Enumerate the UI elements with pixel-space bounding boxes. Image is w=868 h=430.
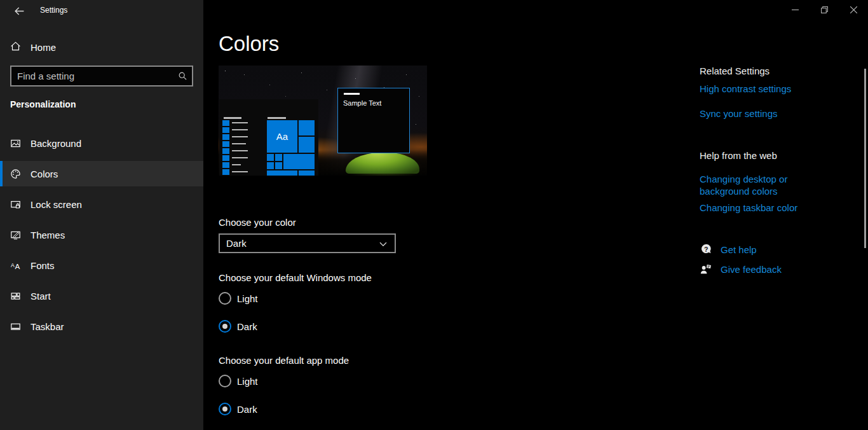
radio-icon-selected — [219, 403, 231, 415]
preview-tile — [267, 154, 274, 161]
preview-line — [232, 157, 248, 158]
stars — [225, 71, 226, 71]
sidebar-item-label: Themes — [31, 230, 65, 240]
restore-icon — [821, 4, 828, 16]
sample-window-titlebar-dash — [344, 93, 360, 95]
back-arrow-icon — [14, 6, 25, 19]
get-help-row[interactable]: ? Get help — [700, 243, 757, 256]
search-box — [10, 66, 193, 87]
preview-line — [232, 171, 248, 172]
sidebar-item-taskbar[interactable]: Taskbar — [0, 314, 203, 339]
restore-button[interactable] — [810, 0, 839, 20]
lock-screen-icon — [10, 199, 21, 210]
app-mode-dark-radio[interactable]: Dark — [219, 403, 257, 415]
preview-line — [232, 143, 246, 144]
sidebar-item-fonts[interactable]: AA Fonts — [0, 253, 203, 278]
sidebar-item-colors[interactable]: Colors — [0, 161, 203, 186]
changing-taskbar-color-link[interactable]: Changing taskbar color — [700, 202, 836, 214]
changing-desktop-colors-link[interactable]: Changing desktop or background colors — [700, 173, 836, 197]
preview-tile — [267, 170, 297, 176]
preview-list-square — [222, 155, 229, 161]
page-title: Colors — [219, 32, 279, 56]
radio-icon — [219, 375, 231, 387]
preview-line — [232, 150, 248, 151]
preview-tile-aa-label: Aa — [276, 131, 288, 142]
windows-mode-light-radio[interactable]: Light — [219, 292, 258, 305]
sidebar-item-home[interactable]: Home — [0, 34, 203, 60]
radio-label: Light — [237, 376, 258, 387]
sidebar-item-label: Fonts — [31, 260, 55, 271]
sync-your-settings-link[interactable]: Sync your settings — [700, 108, 836, 120]
color-dropdown-value: Dark — [226, 238, 379, 249]
sidebar-item-background[interactable]: Background — [0, 130, 203, 156]
help-from-web-title: Help from the web — [700, 150, 777, 161]
preview-tile — [267, 162, 274, 169]
preview-list-square — [222, 120, 229, 126]
app-mode-label: Choose your default app mode — [219, 355, 349, 366]
start-icon — [10, 291, 21, 302]
sidebar-item-themes[interactable]: Themes — [0, 222, 203, 247]
taskbar-icon — [10, 321, 21, 332]
sidebar-section-title: Personalization — [10, 99, 76, 109]
high-contrast-settings-link[interactable]: High contrast settings — [700, 83, 836, 95]
preview-list-square — [222, 127, 229, 133]
svg-text:?: ? — [704, 246, 708, 253]
preview-tile — [299, 120, 315, 135]
windows-mode-label: Choose your default Windows mode — [219, 272, 372, 283]
window-controls — [780, 0, 868, 20]
radio-label: Dark — [237, 321, 257, 332]
svg-text:A: A — [15, 261, 20, 270]
sidebar-item-label: Taskbar — [31, 321, 64, 332]
close-button[interactable] — [839, 0, 868, 20]
radio-icon — [219, 292, 231, 305]
preview-tile — [299, 137, 315, 153]
back-button[interactable] — [6, 4, 32, 20]
app-mode-light-radio[interactable]: Light — [219, 375, 258, 387]
vertical-scrollbar[interactable] — [864, 69, 866, 248]
radio-label: Dark — [237, 404, 257, 415]
preview-line — [232, 164, 241, 165]
radio-label: Light — [237, 293, 258, 304]
color-dropdown[interactable]: Dark — [219, 233, 396, 253]
preview-line — [232, 129, 248, 130]
search-icon[interactable] — [173, 67, 192, 85]
preview-list-square — [222, 134, 229, 140]
minimize-icon — [792, 4, 799, 16]
search-input[interactable] — [11, 71, 173, 81]
svg-text:A: A — [11, 262, 15, 268]
get-help-icon: ? — [700, 243, 712, 256]
sidebar-item-lock-screen[interactable]: Lock screen — [0, 191, 203, 217]
preview-line — [232, 136, 248, 137]
sample-window-preview: Sample Text — [337, 88, 410, 153]
preview-tile — [299, 170, 315, 176]
sidebar-item-label: Background — [31, 138, 81, 149]
chevron-down-icon — [379, 238, 387, 249]
color-preview-image: Aa Sample Text — [219, 66, 427, 176]
sidebar-item-start[interactable]: Start — [0, 283, 203, 309]
related-settings-title: Related Settings — [700, 66, 770, 76]
preview-tile — [275, 154, 282, 161]
sidebar: Settings Home Personalization Background — [0, 0, 203, 430]
minimize-button[interactable] — [780, 0, 810, 20]
start-menu-preview: Aa — [219, 99, 318, 176]
fonts-icon: AA — [10, 260, 21, 271]
get-help-link: Get help — [721, 244, 757, 255]
give-feedback-icon — [700, 263, 712, 275]
sidebar-item-label: Start — [31, 291, 51, 302]
preview-tile — [275, 162, 282, 169]
preview-line — [232, 122, 248, 123]
choose-color-label: Choose your color — [219, 217, 296, 228]
window-title: Settings — [40, 6, 67, 15]
preview-line — [224, 117, 241, 119]
windows-mode-dark-radio[interactable]: Dark — [219, 320, 257, 333]
preview-list-square — [222, 169, 229, 175]
give-feedback-link: Give feedback — [721, 264, 782, 275]
themes-icon — [10, 230, 21, 240]
give-feedback-row[interactable]: Give feedback — [700, 263, 782, 275]
settings-window: Settings Home Personalization Background — [0, 0, 868, 430]
sidebar-item-label: Home — [31, 42, 56, 53]
home-icon — [10, 41, 21, 54]
preview-line — [268, 117, 286, 119]
preview-list-square — [222, 148, 229, 154]
preview-tile-aa: Aa — [267, 120, 297, 153]
